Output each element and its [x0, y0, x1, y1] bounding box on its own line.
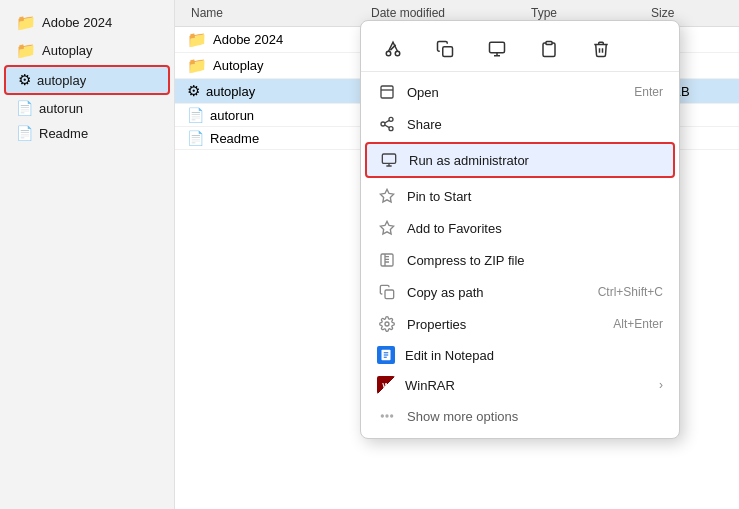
sidebar-item-label: autorun	[39, 101, 83, 116]
run-as-admin-icon	[379, 150, 399, 170]
file-icon: 📄	[16, 100, 33, 116]
notepad-icon	[377, 346, 395, 364]
svg-point-17	[381, 415, 383, 417]
run-as-admin-menu-item[interactable]: Run as administrator	[365, 142, 675, 178]
sidebar-item-autoplay-folder[interactable]: 📁 Autoplay	[4, 37, 170, 64]
copy-as-path-shortcut: Ctrl+Shift+C	[598, 285, 663, 299]
exe-icon: ⚙	[187, 82, 200, 100]
open-shortcut: Enter	[634, 85, 663, 99]
cut-button[interactable]	[377, 33, 409, 65]
folder-icon: 📁	[187, 30, 207, 49]
sidebar-item-label: autoplay	[37, 73, 86, 88]
txt-icon: 📄	[187, 130, 204, 146]
show-more-options-label: Show more options	[407, 409, 663, 424]
svg-point-7	[381, 122, 385, 126]
svg-rect-11	[385, 290, 394, 299]
share-icon	[377, 114, 397, 134]
winrar-icon: W	[377, 376, 395, 394]
properties-menu-item[interactable]: Properties Alt+Enter	[361, 308, 679, 340]
file-name: Adobe 2024	[213, 32, 283, 47]
file-name: autoplay	[206, 84, 255, 99]
file-name-cell: 📁 Adobe 2024	[187, 30, 367, 49]
copy-path-button[interactable]	[481, 33, 513, 65]
sidebar-item-autoplay[interactable]: ⚙ autoplay	[4, 65, 170, 95]
sidebar-item-label: Autoplay	[42, 43, 93, 58]
folder-icon: 📁	[187, 56, 207, 75]
run-as-admin-label: Run as administrator	[409, 153, 661, 168]
winrar-label: WinRAR	[405, 378, 649, 393]
favorites-icon	[377, 218, 397, 238]
svg-point-1	[395, 51, 400, 56]
explorer-window: 📁 Adobe 2024 📁 Autoplay ⚙ autoplay 📄 aut…	[0, 0, 739, 509]
exe-icon: ⚙	[18, 71, 31, 89]
open-icon	[377, 82, 397, 102]
edit-notepad-menu-item[interactable]: Edit in Notepad	[361, 340, 679, 370]
svg-point-12	[385, 322, 389, 326]
context-menu-icon-row	[361, 27, 679, 72]
folder-icon: 📁	[16, 41, 36, 60]
file-name-cell: 📄 autorun	[187, 107, 367, 123]
copy-button[interactable]	[429, 33, 461, 65]
svg-rect-2	[443, 47, 453, 57]
svg-point-8	[389, 127, 393, 131]
properties-shortcut: Alt+Enter	[613, 317, 663, 331]
file-name: autorun	[210, 108, 254, 123]
file-icon: 📄	[16, 125, 33, 141]
svg-rect-3	[490, 42, 505, 53]
copy-as-path-label: Copy as path	[407, 285, 588, 300]
delete-button[interactable]	[585, 33, 617, 65]
file-name-cell: 📁 Autoplay	[187, 56, 367, 75]
winrar-menu-item[interactable]: W WinRAR ›	[361, 370, 679, 400]
svg-point-6	[389, 117, 393, 121]
svg-point-18	[386, 415, 388, 417]
properties-label: Properties	[407, 317, 603, 332]
svg-rect-9	[382, 154, 395, 163]
file-name: Readme	[210, 131, 259, 146]
zip-icon	[377, 250, 397, 270]
svg-rect-5	[381, 86, 393, 98]
sidebar-item-autorun[interactable]: 📄 autorun	[4, 96, 170, 120]
paste-button[interactable]	[533, 33, 565, 65]
winrar-arrow: ›	[659, 378, 663, 392]
sidebar-item-adobe-2024[interactable]: 📁 Adobe 2024	[4, 9, 170, 36]
svg-point-19	[391, 415, 393, 417]
share-label: Share	[407, 117, 663, 132]
pin-icon	[377, 186, 397, 206]
compress-zip-label: Compress to ZIP file	[407, 253, 663, 268]
file-name: Autoplay	[213, 58, 264, 73]
edit-notepad-label: Edit in Notepad	[405, 348, 663, 363]
copy-as-path-menu-item[interactable]: Copy as path Ctrl+Shift+C	[361, 276, 679, 308]
file-name-cell: 📄 Readme	[187, 130, 367, 146]
col-name: Name	[187, 4, 367, 22]
sidebar-item-readme[interactable]: 📄 Readme	[4, 121, 170, 145]
open-menu-item[interactable]: Open Enter	[361, 76, 679, 108]
copy-path-icon	[377, 282, 397, 302]
more-options-icon	[377, 406, 397, 426]
context-menu: Open Enter Share Run as administrator	[360, 20, 680, 439]
compress-zip-menu-item[interactable]: Compress to ZIP file	[361, 244, 679, 276]
share-menu-item[interactable]: Share	[361, 108, 679, 140]
folder-icon: 📁	[16, 13, 36, 32]
svg-rect-4	[546, 42, 552, 45]
svg-point-0	[386, 51, 391, 56]
pin-to-start-label: Pin to Start	[407, 189, 663, 204]
sidebar-item-label: Readme	[39, 126, 88, 141]
main-content: Name Date modified Type Size 📁 Adobe 202…	[175, 0, 739, 509]
sidebar: 📁 Adobe 2024 📁 Autoplay ⚙ autoplay 📄 aut…	[0, 0, 175, 509]
add-to-favorites-menu-item[interactable]: Add to Favorites	[361, 212, 679, 244]
file-name-cell: ⚙ autoplay	[187, 82, 367, 100]
show-more-options-menu-item[interactable]: Show more options	[361, 400, 679, 432]
pin-to-start-menu-item[interactable]: Pin to Start	[361, 180, 679, 212]
sidebar-item-label: Adobe 2024	[42, 15, 112, 30]
open-label: Open	[407, 85, 624, 100]
add-to-favorites-label: Add to Favorites	[407, 221, 663, 236]
properties-icon	[377, 314, 397, 334]
ini-icon: 📄	[187, 107, 204, 123]
